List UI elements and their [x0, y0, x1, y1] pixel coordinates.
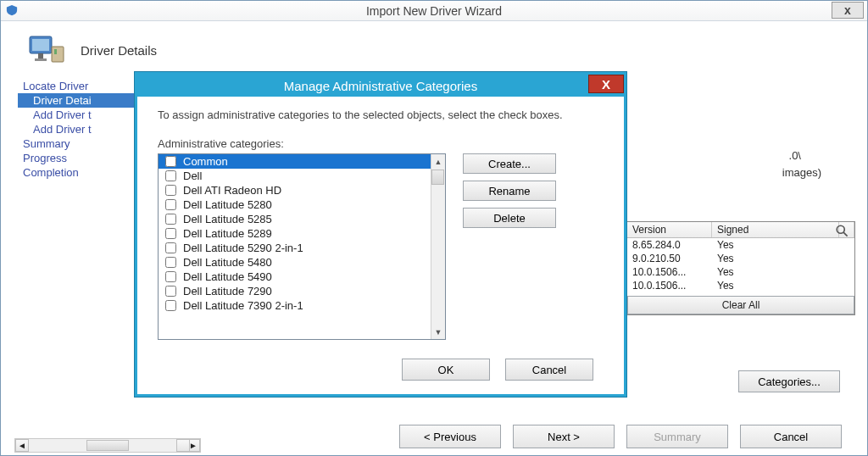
- category-label: Dell Latitude 5280: [183, 198, 272, 211]
- create-button[interactable]: Create...: [463, 153, 556, 174]
- col-version[interactable]: Version: [627, 222, 712, 237]
- wizard-steps: Locate Driver Driver Detai Add Driver t …: [18, 79, 136, 180]
- step-locate-driver[interactable]: Locate Driver: [18, 79, 136, 93]
- clear-all-button[interactable]: Clear All: [627, 296, 854, 314]
- close-icon: x: [844, 3, 851, 17]
- categories-button[interactable]: Categories...: [738, 370, 840, 392]
- category-item[interactable]: Dell Latitude 5290 2-in-1: [159, 241, 445, 255]
- images-fragment: images): [782, 166, 821, 179]
- scroll-right-inner[interactable]: [176, 439, 190, 452]
- scroll-thumb[interactable]: [431, 170, 444, 185]
- svg-rect-1: [32, 39, 49, 51]
- category-label: Dell Latitude 7390 2-in-1: [183, 299, 303, 312]
- category-item[interactable]: Dell Latitude 7390 2-in-1: [159, 298, 445, 313]
- category-checkbox[interactable]: [165, 214, 176, 225]
- category-item[interactable]: Dell Latitude 5280: [159, 197, 445, 212]
- table-row: 9.0.210.50Yes: [627, 252, 854, 265]
- svg-rect-4: [52, 47, 64, 62]
- category-item[interactable]: Dell Latitude 5480: [159, 255, 445, 270]
- dialog-close-button[interactable]: X: [588, 75, 624, 93]
- category-label: Dell ATI Radeon HD: [183, 184, 281, 197]
- list-vertical-scrollbar[interactable]: ▲ ▼: [431, 154, 445, 339]
- category-checkbox[interactable]: [165, 300, 176, 311]
- svg-rect-5: [54, 49, 57, 54]
- source-path-fragment: .0\: [789, 149, 801, 162]
- page-title: Driver Details: [81, 43, 157, 58]
- col-signed[interactable]: Signed: [712, 222, 839, 237]
- app-icon: [6, 4, 18, 16]
- search-column[interactable]: [839, 222, 854, 237]
- category-checkbox[interactable]: [165, 156, 176, 167]
- category-label: Dell Latitude 5289: [183, 227, 272, 240]
- dialog-titlebar: Manage Administrative Categories X: [137, 75, 624, 97]
- drivers-table: Version Signed 8.65.284.0Yes 9.0.210.50Y…: [626, 221, 855, 315]
- window-title: Import New Driver Wizard: [366, 4, 502, 18]
- table-row: 10.0.1506...Yes: [627, 279, 854, 292]
- categories-listbox[interactable]: Common Dell Dell ATI Radeon HD Dell Lati…: [158, 153, 446, 340]
- category-label: Dell Latitude 5480: [183, 256, 272, 269]
- category-item[interactable]: Dell Latitude 5490: [159, 270, 445, 284]
- delete-button[interactable]: Delete: [463, 208, 556, 228]
- category-label: Dell Latitude 5285: [183, 213, 272, 225]
- step-completion[interactable]: Completion: [18, 165, 136, 180]
- category-label: Dell Latitude 5490: [183, 270, 272, 283]
- category-item[interactable]: Common: [159, 154, 445, 169]
- summary-button: Summary: [626, 425, 728, 448]
- close-button[interactable]: x: [832, 2, 864, 19]
- svg-line-7: [843, 232, 848, 236]
- close-icon: X: [602, 77, 610, 92]
- step-driver-details[interactable]: Driver Detai: [18, 93, 136, 108]
- table-row: 8.65.284.0Yes: [627, 238, 854, 252]
- category-label: Common: [183, 155, 228, 168]
- category-item[interactable]: Dell Latitude 5285: [159, 212, 445, 226]
- category-item[interactable]: Dell ATI Radeon HD: [159, 183, 445, 197]
- category-checkbox[interactable]: [165, 271, 176, 282]
- step-summary[interactable]: Summary: [18, 136, 136, 151]
- dialog-title: Manage Administrative Categories: [284, 79, 477, 93]
- categories-list-label: Administrative categories:: [158, 137, 607, 150]
- wizard-nav-buttons: < Previous Next > Summary Cancel: [399, 425, 842, 448]
- horizontal-scrollbar[interactable]: ◄ ►: [14, 438, 201, 453]
- category-checkbox[interactable]: [165, 242, 176, 253]
- dialog-instruction: To assign administrative categories to t…: [158, 108, 607, 122]
- category-checkbox[interactable]: [165, 228, 176, 239]
- previous-button[interactable]: < Previous: [399, 425, 501, 448]
- table-row: 10.0.1506...Yes: [627, 265, 854, 279]
- rename-button[interactable]: Rename: [463, 181, 556, 201]
- scroll-left-arrow[interactable]: ◄: [15, 439, 29, 452]
- category-label: Dell Latitude 7290: [183, 285, 272, 298]
- next-button[interactable]: Next >: [513, 425, 615, 448]
- wizard-window: Import New Driver Wizard x Driver Detail…: [0, 0, 868, 456]
- step-add-driver-2[interactable]: Add Driver t: [18, 122, 136, 136]
- category-item[interactable]: Dell Latitude 5289: [159, 226, 445, 241]
- cancel-button[interactable]: Cancel: [740, 425, 842, 448]
- category-checkbox[interactable]: [165, 185, 176, 196]
- category-item[interactable]: Dell: [159, 169, 445, 183]
- scroll-up-arrow[interactable]: ▲: [431, 154, 445, 169]
- step-progress[interactable]: Progress: [18, 151, 136, 165]
- category-checkbox[interactable]: [165, 199, 176, 210]
- driver-icon: [26, 30, 67, 70]
- svg-rect-2: [38, 53, 43, 58]
- scroll-thumb[interactable]: [86, 440, 129, 451]
- search-icon: [835, 224, 850, 239]
- dialog-cancel-button[interactable]: Cancel: [505, 359, 593, 381]
- category-label: Dell Latitude 5290 2-in-1: [183, 242, 303, 254]
- category-item[interactable]: Dell Latitude 7290: [159, 284, 445, 298]
- step-add-driver-1[interactable]: Add Driver t: [18, 108, 136, 122]
- category-label: Dell: [183, 170, 202, 182]
- page-header: Driver Details: [1, 21, 867, 79]
- scroll-down-arrow[interactable]: ▼: [431, 325, 445, 339]
- svg-point-6: [837, 225, 844, 233]
- ok-button[interactable]: OK: [402, 359, 490, 381]
- category-checkbox[interactable]: [165, 286, 176, 297]
- svg-rect-3: [35, 58, 47, 61]
- category-action-buttons: Create... Rename Delete: [463, 153, 556, 340]
- category-checkbox[interactable]: [165, 170, 176, 181]
- manage-categories-dialog: Manage Administrative Categories X To as…: [135, 72, 626, 397]
- titlebar: Import New Driver Wizard x: [1, 1, 867, 21]
- category-checkbox[interactable]: [165, 257, 176, 268]
